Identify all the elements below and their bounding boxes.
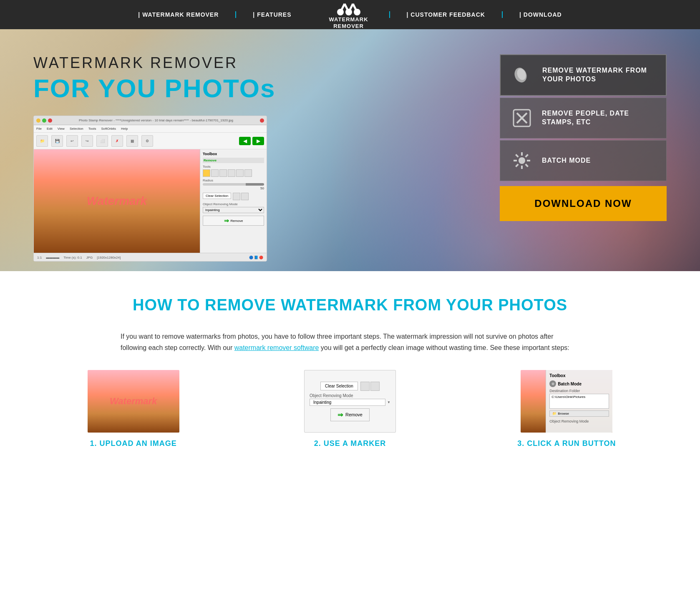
screenshot-menubar: File Edit View Selection Tools SoftOrbit… bbox=[34, 125, 267, 133]
step-1-watermark: Watermark bbox=[110, 396, 157, 407]
x-icon bbox=[510, 106, 534, 130]
step-1-image: Watermark bbox=[88, 370, 179, 433]
folder-icon: 📁 bbox=[552, 412, 556, 415]
toolbox-icon-2[interactable] bbox=[241, 193, 249, 200]
howto-section: HOW TO REMOVE WATERMARK FROM YOUR PHOTOS… bbox=[0, 271, 700, 473]
feature-card-0[interactable]: REMOVE WATERMARK FROM YOUR PHOTOS bbox=[500, 54, 667, 96]
nav-items: | WATERMARK REMOVER | FEATURES WATERMARK… bbox=[0, 0, 700, 30]
step-3-label: 3. CLICK A RUN BUTTON bbox=[517, 439, 616, 448]
feature-card-1[interactable]: REMOVE PEOPLE, DATE STAMPS, ETC bbox=[500, 98, 667, 138]
step3-browse-btn[interactable]: 📁 Browse bbox=[549, 410, 609, 417]
toolbar-redo[interactable]: ↪ bbox=[81, 135, 93, 147]
logo-icon bbox=[336, 0, 361, 16]
gear-icon bbox=[510, 149, 534, 172]
toolbar-save[interactable]: 💾 bbox=[51, 135, 63, 147]
screenshot-watermark-text: Watermark bbox=[87, 194, 147, 208]
tool-2[interactable] bbox=[211, 169, 219, 177]
feature-card-2[interactable]: BATCH MODE bbox=[500, 140, 667, 181]
remove-btn-label: Remove bbox=[231, 219, 243, 223]
step-1-label: 1. UPLOAD AN IMAGE bbox=[90, 439, 176, 448]
step2-remove-label: Remove bbox=[345, 412, 363, 417]
toolbox-slider[interactable] bbox=[203, 183, 264, 186]
step-3-image: Toolbox ⚙ Batch Mode Destination Folder … bbox=[521, 370, 612, 433]
browse-label: Browse bbox=[558, 412, 569, 415]
tool-3[interactable] bbox=[219, 169, 227, 177]
tools-label: Tools bbox=[203, 165, 264, 169]
tool-1[interactable] bbox=[203, 169, 210, 177]
toolbox-icon-1[interactable] bbox=[233, 193, 240, 200]
feature-text-1: REMOVE PEOPLE, DATE STAMPS, ETC bbox=[542, 109, 656, 127]
step-2-label: 2. USE A MARKER bbox=[314, 439, 386, 448]
win-close-btn[interactable] bbox=[48, 118, 52, 123]
screenshot-toolbar: 📁 💾 ↩ ↪ ⬜ ✗ ▦ ⚙ ◀ ▶ bbox=[34, 133, 267, 149]
toolbar-batch[interactable]: ▦ bbox=[126, 135, 138, 147]
win-min-btn[interactable] bbox=[36, 118, 40, 123]
status-dim: [1920x1280x24] bbox=[97, 256, 121, 259]
step-1: Watermark 1. UPLOAD AN IMAGE bbox=[33, 370, 233, 448]
navbar: | WATERMARK REMOVER | FEATURES WATERMARK… bbox=[0, 0, 700, 29]
nav-watermark-remover[interactable]: | WATERMARK REMOVER bbox=[121, 11, 235, 18]
remove-arrow-icon: ⇒ bbox=[224, 217, 229, 224]
step3-mode-label: Object Removing Mode bbox=[549, 419, 609, 423]
toolbox-remove-tab[interactable]: Remove bbox=[203, 158, 264, 163]
status-fmt: JPG bbox=[86, 256, 93, 259]
nav-logo[interactable]: WATERMARKREMOVER bbox=[308, 0, 389, 30]
win-max-btn[interactable] bbox=[42, 118, 46, 123]
howto-link[interactable]: watermark remover software bbox=[234, 344, 319, 351]
step3-dest-label: Destination Folder bbox=[549, 389, 609, 393]
toolbar-undo[interactable]: ↩ bbox=[66, 135, 78, 147]
toolbox-radius-value: 50 bbox=[203, 186, 264, 190]
step2-icon-1[interactable] bbox=[360, 382, 370, 391]
svg-line-20 bbox=[516, 164, 518, 167]
toolbar-remove[interactable]: ✗ bbox=[111, 135, 123, 147]
toolbar-next[interactable]: ▶ bbox=[252, 137, 264, 145]
tool-5[interactable] bbox=[236, 169, 244, 177]
nav-customer-feedback-label: | CUSTOMER FEEDBACK bbox=[407, 11, 485, 18]
toolbox-remove-btn[interactable]: ⇒ Remove bbox=[203, 216, 264, 226]
step3-mode-row: ⚙ Batch Mode bbox=[549, 380, 609, 387]
nav-customer-feedback[interactable]: | CUSTOMER FEEDBACK bbox=[389, 11, 502, 18]
toolbox-title: Toolbox bbox=[203, 152, 264, 156]
step2-clear-row: Clear Selection bbox=[320, 382, 380, 391]
svg-line-18 bbox=[526, 164, 528, 167]
hero-title-small: WATERMARK REMOVER bbox=[33, 54, 483, 72]
screenshot-toolbox: Toolbox Remove Tools Radius bbox=[200, 149, 267, 253]
step3-batch-mode: Batch Mode bbox=[558, 382, 582, 386]
feature-text-2: BATCH MODE bbox=[542, 156, 591, 165]
svg-line-17 bbox=[516, 154, 518, 157]
nav-features[interactable]: | FEATURES bbox=[235, 11, 308, 18]
status-bar: ▬▬▬▬ bbox=[46, 256, 59, 259]
step2-remove-btn[interactable]: ⇒ Remove bbox=[330, 408, 370, 421]
hero-left: WATERMARK REMOVER FOR YOU PHOTOs Photo S… bbox=[33, 54, 483, 262]
howto-title-plain: HOW TO bbox=[133, 296, 205, 314]
howto-desc-text2: you will get a perfectly clean image wit… bbox=[319, 344, 569, 351]
step3-toolbox: Toolbox ⚙ Batch Mode Destination Folder … bbox=[546, 370, 612, 433]
radius-label: Radius bbox=[203, 179, 264, 182]
step2-dropdown-arrow: ▼ bbox=[387, 400, 390, 404]
svg-line-19 bbox=[526, 154, 528, 157]
hero-screenshot: Photo Stamp Remover - ****Unregistered v… bbox=[33, 116, 267, 262]
toolbar-orig[interactable]: ⬜ bbox=[96, 135, 108, 147]
toolbar-gear[interactable]: ⚙ bbox=[141, 135, 153, 147]
hero-content: WATERMARK REMOVER FOR YOU PHOTOs Photo S… bbox=[0, 29, 700, 271]
toolbox-clear-btn[interactable]: Clear Selection bbox=[203, 193, 231, 199]
nav-features-label: | FEATURES bbox=[253, 11, 291, 18]
nav-download[interactable]: | DOWNLOAD bbox=[502, 11, 579, 18]
toolbar-prev[interactable]: ◀ bbox=[239, 137, 251, 145]
tool-6[interactable] bbox=[244, 169, 252, 177]
step2-clear-btn[interactable]: Clear Selection bbox=[320, 382, 358, 390]
status-icons: 🔵 📘 🔴 bbox=[249, 256, 263, 259]
mode-select[interactable]: Inpainting bbox=[203, 207, 264, 213]
toolbar-add[interactable]: 📁 bbox=[36, 135, 48, 147]
download-now-button[interactable]: DOWNLOAD NOW bbox=[500, 186, 667, 221]
screenshot-photo: Watermark bbox=[34, 149, 200, 253]
step2-icon-2[interactable] bbox=[370, 382, 380, 391]
howto-title: HOW TO REMOVE WATERMARK FROM YOUR PHOTOS bbox=[33, 296, 667, 314]
win-close-btn2[interactable] bbox=[260, 118, 264, 123]
nav-watermark-remover-label: | WATERMARK REMOVER bbox=[138, 11, 219, 18]
step2-mode-value: Inpainting bbox=[310, 399, 385, 406]
howto-description: If you want to remove watermarks from ph… bbox=[121, 331, 579, 353]
photo-icon bbox=[511, 63, 534, 87]
tool-4[interactable] bbox=[228, 169, 235, 177]
step3-gear-icon: ⚙ bbox=[549, 380, 556, 387]
